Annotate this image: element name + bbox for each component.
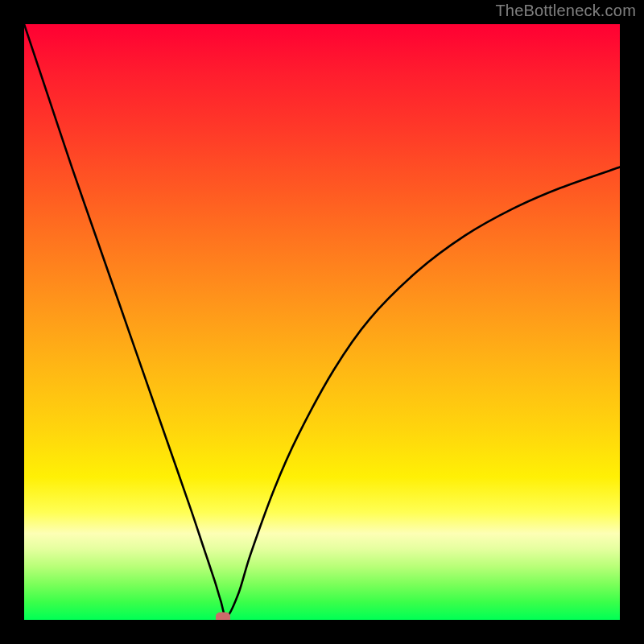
chart-frame: TheBottleneck.com (0, 0, 644, 644)
minimum-marker (216, 613, 230, 620)
bottleneck-curve (24, 24, 620, 617)
curve-svg (24, 24, 620, 620)
attribution-text: TheBottleneck.com (495, 2, 636, 20)
plot-area (24, 24, 620, 620)
